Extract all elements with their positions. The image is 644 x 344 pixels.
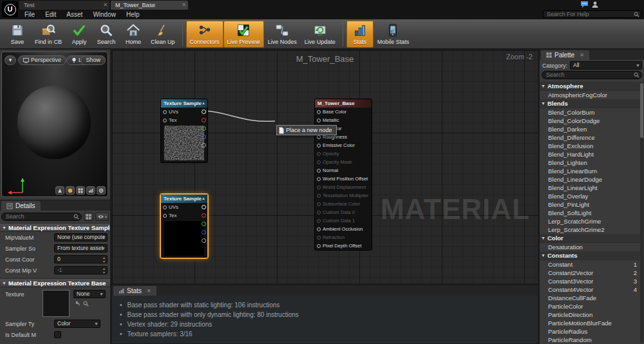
palette-group-color[interactable]: ▼Color [540, 234, 640, 243]
texture-asset-dropdown[interactable]: None ▼ [73, 290, 106, 298]
tab-palette[interactable]: Palette ✕ [541, 50, 589, 60]
input-pin[interactable] [317, 186, 321, 189]
output-pin-a[interactable] [202, 238, 206, 243]
collapse-arrow-icon[interactable]: ▲ [202, 195, 205, 203]
menu-asset[interactable]: Asset [61, 10, 88, 19]
palette-item-lerp-scratchgrime[interactable]: Lerp_ScratchGrime [540, 217, 640, 225]
menu-file[interactable]: File [19, 10, 40, 19]
spinner-arrows-icon[interactable]: ▲▼ [102, 256, 106, 263]
find-in-cb-button[interactable]: Find in CB [31, 21, 66, 48]
input-pin[interactable] [317, 135, 321, 139]
show-button[interactable]: Show [80, 55, 106, 65]
palette-item-particlemotionblurfade[interactable]: ParticleMotionBlurFade [540, 319, 640, 327]
palette-item-particledirection[interactable]: ParticleDirection [540, 311, 640, 319]
palette-group-atmosphere[interactable]: ▼Atmosphere [540, 82, 640, 91]
palette-item-blend-lineardodge[interactable]: Blend_LinearDodge [540, 175, 640, 184]
output-pin-g[interactable] [202, 126, 206, 131]
scrollbar-thumb[interactable] [640, 83, 643, 138]
grid-toggle-button[interactable] [76, 186, 85, 195]
mip-value-mode-dropdown[interactable]: None (use compute ▼ [54, 233, 108, 242]
texture-sample-node-1[interactable]: Texture Sample ▲ UVsTex [160, 99, 208, 163]
palette-item-constant2vector[interactable]: Constant2Vector2 [540, 269, 640, 277]
close-icon[interactable]: ✕ [147, 288, 151, 294]
input-pin[interactable] [317, 194, 321, 198]
palette-item-distancecullfade[interactable]: DistanceCullFade [540, 294, 640, 302]
live-nodes-button[interactable]: Live Nodes [264, 21, 301, 48]
palette-item-blend-overlay[interactable]: Blend_Overlay [540, 192, 640, 200]
output-pin-r[interactable] [202, 213, 206, 218]
collapse-arrow-icon[interactable]: ▲ [202, 99, 205, 108]
input-pin[interactable] [317, 119, 321, 122]
input-pin[interactable] [317, 202, 321, 206]
window-tab-m-tower-base[interactable]: M_Tower_Base ✕ [111, 1, 188, 10]
section-header-texture-base[interactable]: ▼ Material Expression Texture Base [0, 278, 110, 287]
output-pin-a[interactable] [202, 143, 206, 148]
preview-viewport[interactable]: ▾ Perspective Lit Show [1, 52, 108, 197]
palette-item-constant3vector[interactable]: Constant3Vector3 [540, 277, 640, 285]
input-pin[interactable] [163, 205, 167, 209]
stats-toggle-button[interactable] [86, 186, 95, 195]
palette-item-blend-softlight[interactable]: Blend_SoftLight [540, 209, 640, 217]
tab-details[interactable]: Details [1, 201, 41, 211]
filter-button[interactable] [84, 213, 93, 221]
palette-search-input[interactable]: Search [542, 71, 642, 79]
node-header[interactable]: Texture Sample ▲ [161, 195, 207, 203]
palette-item-blend-pinlight[interactable]: Blend_PinLight [540, 200, 640, 209]
input-pin[interactable] [163, 214, 167, 218]
chat-bubble-icon[interactable] [580, 1, 589, 8]
close-icon[interactable]: ✕ [103, 1, 108, 10]
input-pin[interactable] [163, 119, 167, 122]
category-dropdown[interactable]: All ▼ [570, 61, 642, 70]
palette-item-blend-colorburn[interactable]: Blend_ColorBurn [540, 108, 640, 117]
output-pin-rgb[interactable] [202, 110, 206, 114]
close-icon[interactable]: ✕ [182, 1, 186, 10]
material-result-node[interactable]: M_Tower_Base Base ColorMetallicSpecularR… [314, 99, 372, 251]
input-pin[interactable] [317, 236, 321, 240]
node-header[interactable]: M_Tower_Base [315, 99, 372, 108]
palette-item-particleradius[interactable]: ParticleRadius [540, 327, 640, 336]
palette-item-atmosphericfogcolor[interactable]: AtmosphericFogColor [540, 91, 640, 99]
output-pin-b[interactable] [202, 135, 206, 139]
live-preview-button[interactable]: Live Preview [223, 21, 264, 48]
menu-window[interactable]: Window [88, 10, 121, 19]
input-pin[interactable] [317, 152, 321, 156]
palette-item-blend-linearburn[interactable]: Blend_LinearBurn [540, 167, 640, 175]
sampler-source-dropdown[interactable]: From texture asset ▼ [54, 244, 108, 253]
const-coordinate-spinner[interactable]: 0 ▲▼ [54, 255, 108, 263]
settings-gear-icon[interactable] [97, 186, 106, 195]
input-pin[interactable] [317, 211, 321, 215]
perspective-button[interactable]: Perspective [18, 55, 66, 65]
input-pin[interactable] [317, 177, 321, 181]
save-button[interactable]: Save [4, 21, 31, 48]
window-tab-test[interactable]: Test ✕ [19, 1, 109, 10]
mobile-stats-button[interactable]: Mobile Stats [374, 21, 413, 48]
help-search-input[interactable]: Search For Help [543, 10, 641, 18]
clean-up-button[interactable]: Clean Up [147, 21, 179, 48]
live-update-button[interactable]: Live Update [301, 21, 339, 48]
use-selected-arrow-icon[interactable] [73, 301, 80, 307]
close-icon[interactable]: ✕ [580, 52, 584, 58]
node-header[interactable]: Texture Sample ▲ [161, 99, 207, 108]
palette-scrollbar[interactable] [640, 82, 643, 343]
connectors-button[interactable]: Connectors [186, 21, 223, 48]
input-pin[interactable] [317, 144, 321, 148]
palette-item-lerp-scratchgrime2[interactable]: Lerp_ScratchGrime2 [540, 225, 640, 234]
apply-button[interactable]: Apply [66, 21, 93, 48]
output-pin-g[interactable] [202, 222, 206, 226]
palette-item-particlerandom[interactable]: ParticleRandom [540, 336, 640, 344]
view-options-button[interactable]: ▾ [95, 213, 109, 221]
tab-stats[interactable]: Stats ✕ [113, 286, 156, 296]
material-graph-canvas[interactable]: M_Tower_Base Zoom -2 MATERIAL Texture Sa… [111, 50, 538, 284]
details-search-input[interactable]: Search [1, 213, 82, 221]
output-pin-b[interactable] [202, 230, 206, 234]
palette-item-desaturation[interactable]: Desaturation [540, 243, 640, 251]
search-button[interactable]: Search [93, 21, 120, 48]
palette-item-blend-hardlight[interactable]: Blend_HardLight [540, 150, 640, 158]
input-pin[interactable] [317, 244, 321, 248]
palette-group-constants[interactable]: ▼Constants [540, 251, 640, 260]
camera-speed-button[interactable] [55, 186, 64, 195]
is-default-checkbox[interactable] [54, 331, 61, 338]
palette-item-blend-lighten[interactable]: Blend_Lighten [540, 158, 640, 167]
spinner-arrows-icon[interactable]: ▲▼ [102, 267, 106, 274]
input-pin[interactable] [317, 160, 321, 164]
